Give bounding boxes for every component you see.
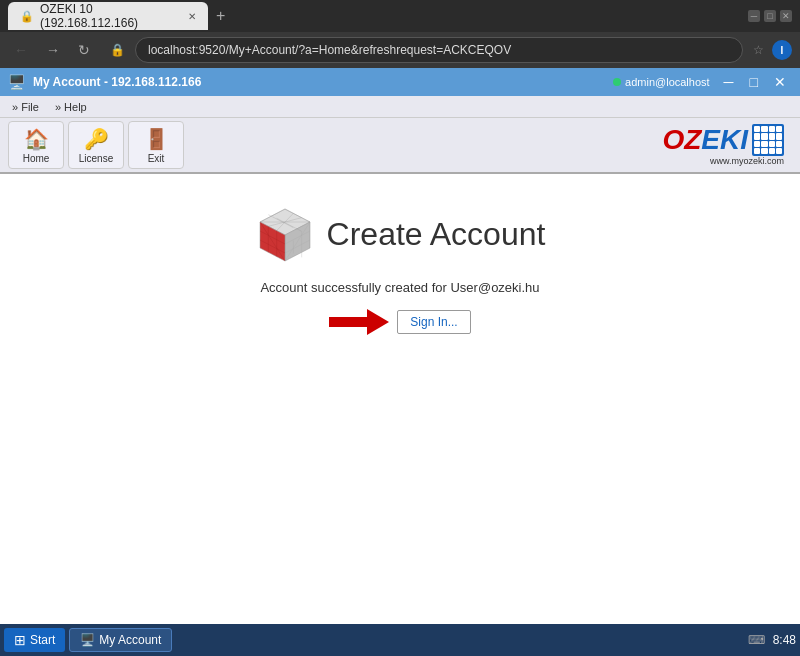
profile-avatar[interactable]: I [772, 40, 792, 60]
address-action-icons: ☆ I [749, 40, 792, 60]
keyboard-icon: ⌨ [748, 633, 765, 647]
app-minimize-button[interactable]: ─ [718, 72, 740, 92]
maximize-button[interactable]: □ [764, 10, 776, 22]
refresh-button[interactable]: ↻ [72, 38, 96, 62]
security-lock-icon: 🔒 [106, 41, 129, 59]
home-button[interactable]: 🏠 Home [8, 121, 64, 169]
page-title: Create Account [327, 216, 546, 253]
signin-row: Sign In... [329, 307, 470, 337]
taskbar-app-label: My Account [99, 633, 161, 647]
ozeki-url: www.myozeki.com [710, 156, 784, 166]
tab-bar: 🔒 OZEKI 10 (192.168.112.166) ✕ + [8, 2, 740, 30]
status-dot [613, 78, 621, 86]
admin-status: admin@localhost [613, 76, 710, 88]
signin-button[interactable]: Sign In... [397, 310, 470, 334]
app-title: My Account - 192.168.112.166 [33, 75, 605, 89]
menu-file[interactable]: » File [4, 99, 47, 115]
oz-text: OZ [662, 124, 701, 155]
ozeki-brand-text: OZEKI [662, 126, 748, 154]
svg-marker-21 [367, 309, 389, 335]
taskbar-app-icon: 🖥️ [80, 633, 95, 647]
start-icon: ⊞ [14, 632, 26, 648]
exit-icon: 🚪 [144, 127, 169, 151]
exit-label: Exit [148, 153, 165, 164]
license-button[interactable]: 🔑 License [68, 121, 124, 169]
address-input[interactable] [135, 37, 743, 63]
home-icon: 🏠 [24, 127, 49, 151]
admin-label: admin@localhost [625, 76, 710, 88]
app-icon: 🖥️ [8, 74, 25, 90]
window-controls: ─ □ ✕ [748, 10, 792, 22]
back-button[interactable]: ← [8, 38, 34, 62]
menu-bar: » File » Help [0, 96, 800, 118]
app-win-controls: ─ □ ✕ [718, 72, 792, 92]
tab-close-btn[interactable]: ✕ [188, 11, 196, 22]
ozeki-logo: OZEKI www.myozeki.com [662, 124, 792, 166]
taskbar: ⊞ Start 🖥️ My Account ⌨ 8:48 [0, 624, 800, 656]
browser-titlebar: 🔒 OZEKI 10 (192.168.112.166) ✕ + ─ □ ✕ [0, 0, 800, 32]
license-label: License [79, 153, 113, 164]
success-message: Account successfully created for User@oz… [260, 280, 539, 295]
taskbar-right: ⌨ 8:48 [748, 633, 796, 647]
app-maximize-button[interactable]: □ [744, 72, 764, 92]
home-label: Home [23, 153, 50, 164]
minimize-button[interactable]: ─ [748, 10, 760, 22]
menu-help[interactable]: » Help [47, 99, 95, 115]
eki-text: EKI [701, 124, 748, 155]
taskbar-app-myaccount[interactable]: 🖥️ My Account [69, 628, 172, 652]
page-heading: Create Account [255, 204, 546, 264]
svg-rect-20 [329, 317, 369, 327]
app-close-button[interactable]: ✕ [768, 72, 792, 92]
close-button[interactable]: ✕ [780, 10, 792, 22]
app-titlebar: 🖥️ My Account - 192.168.112.166 admin@lo… [0, 68, 800, 96]
app-window: 🖥️ My Account - 192.168.112.166 admin@lo… [0, 68, 800, 624]
license-icon: 🔑 [84, 127, 109, 151]
star-icon[interactable]: ☆ [749, 41, 768, 59]
address-bar: ← → ↻ 🔒 ☆ I [0, 32, 800, 68]
taskbar-time: 8:48 [773, 633, 796, 647]
toolbar: 🏠 Home 🔑 License 🚪 Exit OZEKI [0, 118, 800, 174]
ozeki-grid-icon [752, 124, 784, 156]
start-button[interactable]: ⊞ Start [4, 628, 65, 652]
exit-button[interactable]: 🚪 Exit [128, 121, 184, 169]
main-content: Create Account Account successfully crea… [0, 174, 800, 624]
forward-button[interactable]: → [40, 38, 66, 62]
new-tab-button[interactable]: + [208, 3, 233, 29]
tab-label: OZEKI 10 (192.168.112.166) [40, 2, 182, 30]
arrow-icon [329, 307, 389, 337]
start-label: Start [30, 633, 55, 647]
active-tab[interactable]: 🔒 OZEKI 10 (192.168.112.166) ✕ [8, 2, 208, 30]
cube-icon [255, 204, 315, 264]
